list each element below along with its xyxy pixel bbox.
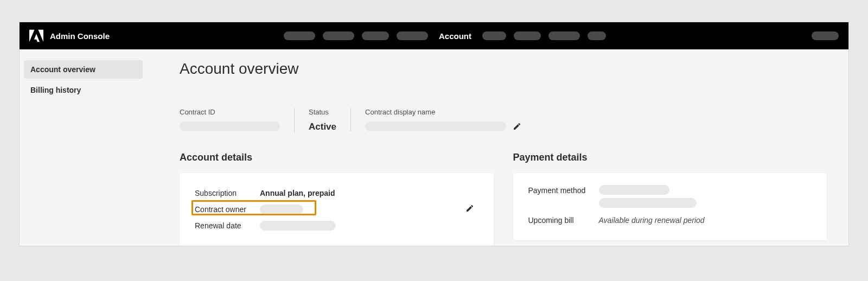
topbar-right (752, 31, 839, 40)
body: Account overview Billing history Account… (20, 49, 848, 246)
contract-display-name-cell: Contract display name (350, 108, 535, 131)
topbar: Admin Console Account (20, 22, 848, 49)
sidebar-item-account-overview[interactable]: Account overview (24, 60, 143, 79)
subscription-row: Subscription Annual plan, prepaid (195, 185, 478, 201)
payment-method-row: Payment method (528, 185, 812, 208)
contract-display-name-label: Contract display name (365, 108, 521, 116)
nav-item-placeholder[interactable] (362, 31, 389, 40)
sidebar-item-label: Billing history (30, 86, 81, 94)
contract-status-value: Active (309, 122, 336, 132)
nav-item-placeholder[interactable] (548, 31, 580, 40)
detail-columns: Account details Subscription Annual plan… (180, 152, 827, 246)
pencil-icon (465, 204, 474, 213)
adobe-logo-icon (29, 29, 43, 42)
payment-details-title: Payment details (513, 152, 827, 163)
account-details-title: Account details (180, 152, 494, 163)
sidebar-item-billing-history[interactable]: Billing history (24, 81, 143, 99)
contract-id-label: Contract ID (180, 108, 280, 116)
subscription-label: Subscription (195, 189, 260, 197)
brand-block: Admin Console (29, 29, 138, 42)
upcoming-bill-value: Available during renewal period (599, 216, 812, 225)
contract-meta-row: Contract ID Status Active Contract displ… (180, 108, 827, 132)
payment-method-value-placeholder-1 (599, 185, 669, 195)
payment-method-value-placeholder-2 (599, 198, 697, 208)
topbar-action-placeholder[interactable] (812, 31, 839, 40)
sidebar: Account overview Billing history (20, 49, 147, 246)
nav-item-placeholder[interactable] (284, 31, 315, 40)
page-title: Account overview (180, 60, 827, 78)
contract-id-cell: Contract ID (180, 108, 294, 131)
contract-owner-label: Contract owner (195, 205, 260, 214)
nav-item-placeholder[interactable] (588, 31, 606, 40)
payment-details-column: Payment details Payment method Upcoming … (513, 152, 827, 240)
upcoming-bill-row: Upcoming bill Available during renewal p… (528, 212, 812, 228)
renewal-date-label: Renewal date (195, 221, 260, 230)
renewal-date-row: Renewal date (195, 218, 478, 234)
contract-id-value-placeholder (180, 122, 280, 131)
upcoming-bill-label: Upcoming bill (528, 216, 599, 225)
nav-item-placeholder[interactable] (323, 31, 354, 40)
contract-owner-row: Contract owner (195, 201, 478, 218)
payment-method-label: Payment method (528, 185, 599, 195)
account-details-card: Subscription Annual plan, prepaid Contra… (180, 173, 494, 246)
account-details-column: Account details Subscription Annual plan… (180, 152, 494, 246)
payment-details-card: Payment method Upcoming bill Available d… (513, 173, 827, 240)
renewal-date-value-placeholder (260, 221, 336, 231)
nav-item-account[interactable]: Account (436, 31, 475, 41)
nav-item-placeholder[interactable] (482, 31, 506, 40)
renewal-date-value (260, 221, 478, 231)
main: Account overview Contract ID Status Acti… (147, 49, 848, 246)
nav-item-placeholder[interactable] (397, 31, 428, 40)
topbar-nav: Account (138, 31, 752, 41)
payment-method-value (599, 185, 812, 208)
contract-owner-value (260, 205, 478, 214)
contract-status-label: Status (309, 108, 336, 116)
contract-display-name-value-placeholder (365, 122, 506, 131)
contract-owner-edit[interactable] (465, 204, 474, 214)
pencil-icon[interactable] (513, 122, 521, 131)
contract-status-cell: Status Active (294, 108, 350, 132)
subscription-value: Annual plan, prepaid (260, 189, 478, 197)
app-name: Admin Console (50, 31, 110, 41)
nav-item-placeholder[interactable] (514, 31, 541, 40)
contract-owner-value-placeholder (260, 205, 303, 214)
app-frame: Admin Console Account Account overview B… (19, 22, 849, 246)
sidebar-item-label: Account overview (30, 65, 95, 74)
